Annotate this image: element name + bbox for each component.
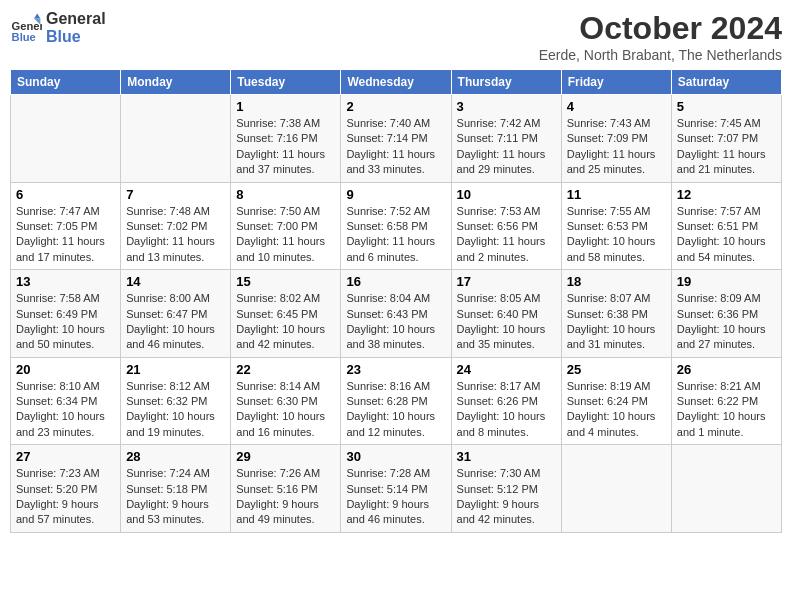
calendar-cell: 23Sunrise: 8:16 AMSunset: 6:28 PMDayligh…	[341, 357, 451, 445]
day-info: Sunrise: 7:50 AMSunset: 7:00 PMDaylight:…	[236, 204, 335, 266]
calendar-cell	[121, 95, 231, 183]
day-info: Sunrise: 7:47 AMSunset: 7:05 PMDaylight:…	[16, 204, 115, 266]
day-number: 28	[126, 449, 225, 464]
day-number: 26	[677, 362, 776, 377]
calendar-week-row: 27Sunrise: 7:23 AMSunset: 5:20 PMDayligh…	[11, 445, 782, 533]
day-number: 13	[16, 274, 115, 289]
day-number: 10	[457, 187, 556, 202]
day-number: 12	[677, 187, 776, 202]
calendar-cell: 21Sunrise: 8:12 AMSunset: 6:32 PMDayligh…	[121, 357, 231, 445]
weekday-header: Monday	[121, 70, 231, 95]
calendar-cell: 24Sunrise: 8:17 AMSunset: 6:26 PMDayligh…	[451, 357, 561, 445]
day-info: Sunrise: 7:48 AMSunset: 7:02 PMDaylight:…	[126, 204, 225, 266]
day-info: Sunrise: 7:40 AMSunset: 7:14 PMDaylight:…	[346, 116, 445, 178]
calendar-week-row: 6Sunrise: 7:47 AMSunset: 7:05 PMDaylight…	[11, 182, 782, 270]
day-info: Sunrise: 7:30 AMSunset: 5:12 PMDaylight:…	[457, 466, 556, 528]
day-number: 16	[346, 274, 445, 289]
calendar-cell: 5Sunrise: 7:45 AMSunset: 7:07 PMDaylight…	[671, 95, 781, 183]
month-title: October 2024	[539, 10, 782, 47]
calendar-cell: 9Sunrise: 7:52 AMSunset: 6:58 PMDaylight…	[341, 182, 451, 270]
weekday-header: Tuesday	[231, 70, 341, 95]
calendar-week-row: 13Sunrise: 7:58 AMSunset: 6:49 PMDayligh…	[11, 270, 782, 358]
logo-line2: Blue	[46, 28, 106, 46]
calendar-cell: 15Sunrise: 8:02 AMSunset: 6:45 PMDayligh…	[231, 270, 341, 358]
day-info: Sunrise: 8:14 AMSunset: 6:30 PMDaylight:…	[236, 379, 335, 441]
calendar-cell: 6Sunrise: 7:47 AMSunset: 7:05 PMDaylight…	[11, 182, 121, 270]
calendar-cell: 10Sunrise: 7:53 AMSunset: 6:56 PMDayligh…	[451, 182, 561, 270]
day-number: 24	[457, 362, 556, 377]
svg-marker-2	[34, 13, 40, 18]
weekday-header: Saturday	[671, 70, 781, 95]
calendar-cell: 14Sunrise: 8:00 AMSunset: 6:47 PMDayligh…	[121, 270, 231, 358]
day-number: 25	[567, 362, 666, 377]
weekday-header: Sunday	[11, 70, 121, 95]
day-number: 4	[567, 99, 666, 114]
day-info: Sunrise: 7:52 AMSunset: 6:58 PMDaylight:…	[346, 204, 445, 266]
calendar-table: SundayMondayTuesdayWednesdayThursdayFrid…	[10, 69, 782, 533]
calendar-cell: 8Sunrise: 7:50 AMSunset: 7:00 PMDaylight…	[231, 182, 341, 270]
logo-icon: General Blue	[10, 12, 42, 44]
day-info: Sunrise: 7:26 AMSunset: 5:16 PMDaylight:…	[236, 466, 335, 528]
day-number: 2	[346, 99, 445, 114]
logo-line1: General	[46, 10, 106, 28]
calendar-cell: 7Sunrise: 7:48 AMSunset: 7:02 PMDaylight…	[121, 182, 231, 270]
calendar-body: 1Sunrise: 7:38 AMSunset: 7:16 PMDaylight…	[11, 95, 782, 533]
day-info: Sunrise: 8:04 AMSunset: 6:43 PMDaylight:…	[346, 291, 445, 353]
calendar-cell: 29Sunrise: 7:26 AMSunset: 5:16 PMDayligh…	[231, 445, 341, 533]
day-number: 19	[677, 274, 776, 289]
day-number: 17	[457, 274, 556, 289]
day-info: Sunrise: 8:19 AMSunset: 6:24 PMDaylight:…	[567, 379, 666, 441]
calendar-cell: 25Sunrise: 8:19 AMSunset: 6:24 PMDayligh…	[561, 357, 671, 445]
calendar-week-row: 20Sunrise: 8:10 AMSunset: 6:34 PMDayligh…	[11, 357, 782, 445]
day-info: Sunrise: 8:12 AMSunset: 6:32 PMDaylight:…	[126, 379, 225, 441]
calendar-cell: 31Sunrise: 7:30 AMSunset: 5:12 PMDayligh…	[451, 445, 561, 533]
day-number: 29	[236, 449, 335, 464]
calendar-cell: 11Sunrise: 7:55 AMSunset: 6:53 PMDayligh…	[561, 182, 671, 270]
day-info: Sunrise: 7:38 AMSunset: 7:16 PMDaylight:…	[236, 116, 335, 178]
day-info: Sunrise: 8:17 AMSunset: 6:26 PMDaylight:…	[457, 379, 556, 441]
logo: General Blue General Blue	[10, 10, 106, 45]
location: Eerde, North Brabant, The Netherlands	[539, 47, 782, 63]
day-info: Sunrise: 7:28 AMSunset: 5:14 PMDaylight:…	[346, 466, 445, 528]
calendar-cell: 28Sunrise: 7:24 AMSunset: 5:18 PMDayligh…	[121, 445, 231, 533]
svg-text:Blue: Blue	[12, 30, 36, 42]
day-info: Sunrise: 7:57 AMSunset: 6:51 PMDaylight:…	[677, 204, 776, 266]
calendar-cell: 4Sunrise: 7:43 AMSunset: 7:09 PMDaylight…	[561, 95, 671, 183]
calendar-cell: 20Sunrise: 8:10 AMSunset: 6:34 PMDayligh…	[11, 357, 121, 445]
day-info: Sunrise: 7:45 AMSunset: 7:07 PMDaylight:…	[677, 116, 776, 178]
day-number: 20	[16, 362, 115, 377]
day-number: 11	[567, 187, 666, 202]
day-info: Sunrise: 7:23 AMSunset: 5:20 PMDaylight:…	[16, 466, 115, 528]
calendar-cell: 19Sunrise: 8:09 AMSunset: 6:36 PMDayligh…	[671, 270, 781, 358]
day-info: Sunrise: 8:00 AMSunset: 6:47 PMDaylight:…	[126, 291, 225, 353]
day-number: 21	[126, 362, 225, 377]
day-number: 30	[346, 449, 445, 464]
day-number: 22	[236, 362, 335, 377]
calendar-cell: 13Sunrise: 7:58 AMSunset: 6:49 PMDayligh…	[11, 270, 121, 358]
day-number: 23	[346, 362, 445, 377]
calendar-cell: 3Sunrise: 7:42 AMSunset: 7:11 PMDaylight…	[451, 95, 561, 183]
calendar-cell: 26Sunrise: 8:21 AMSunset: 6:22 PMDayligh…	[671, 357, 781, 445]
day-number: 15	[236, 274, 335, 289]
day-number: 18	[567, 274, 666, 289]
day-info: Sunrise: 8:16 AMSunset: 6:28 PMDaylight:…	[346, 379, 445, 441]
calendar-cell	[671, 445, 781, 533]
day-info: Sunrise: 8:07 AMSunset: 6:38 PMDaylight:…	[567, 291, 666, 353]
weekday-header: Friday	[561, 70, 671, 95]
day-number: 6	[16, 187, 115, 202]
day-number: 5	[677, 99, 776, 114]
day-info: Sunrise: 7:42 AMSunset: 7:11 PMDaylight:…	[457, 116, 556, 178]
calendar-cell	[561, 445, 671, 533]
calendar-cell: 16Sunrise: 8:04 AMSunset: 6:43 PMDayligh…	[341, 270, 451, 358]
day-info: Sunrise: 7:53 AMSunset: 6:56 PMDaylight:…	[457, 204, 556, 266]
day-info: Sunrise: 8:05 AMSunset: 6:40 PMDaylight:…	[457, 291, 556, 353]
weekday-header: Wednesday	[341, 70, 451, 95]
title-block: October 2024 Eerde, North Brabant, The N…	[539, 10, 782, 63]
day-info: Sunrise: 7:43 AMSunset: 7:09 PMDaylight:…	[567, 116, 666, 178]
calendar-week-row: 1Sunrise: 7:38 AMSunset: 7:16 PMDaylight…	[11, 95, 782, 183]
day-number: 8	[236, 187, 335, 202]
weekday-header: Thursday	[451, 70, 561, 95]
calendar-cell: 30Sunrise: 7:28 AMSunset: 5:14 PMDayligh…	[341, 445, 451, 533]
day-number: 1	[236, 99, 335, 114]
calendar-cell	[11, 95, 121, 183]
